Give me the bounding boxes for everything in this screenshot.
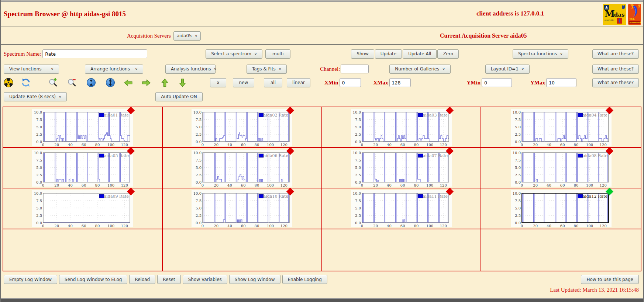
spectrum-chart-aida05[interactable]: 0.02.55.07.510.0020406080100120aida05 Ra… <box>32 150 133 187</box>
radiation-icon[interactable] <box>4 78 13 87</box>
svg-text:120: 120 <box>280 143 287 146</box>
spectrum-chart-aida09[interactable]: 0.02.55.07.510.0020406080100120aida09 Ra… <box>32 190 133 227</box>
spectrum-chart-aida08[interactable]: 0.02.55.07.510.0020406080100120aida08 Ra… <box>511 150 612 187</box>
svg-text:0: 0 <box>202 183 204 187</box>
footer-button-2[interactable]: Send Log Window to ELog <box>59 275 127 284</box>
spectra-functions-dropdown[interactable]: Spectra functions <box>513 49 568 59</box>
svg-text:0: 0 <box>202 143 204 146</box>
current-acquisition-server-label: Current Acquisition Server aida05 <box>440 32 527 39</box>
footer-button-4[interactable]: Reset <box>157 275 181 284</box>
xmin-input[interactable] <box>340 78 361 87</box>
svg-text:10.0: 10.0 <box>34 151 42 155</box>
select-a-spectrum-dropdown[interactable]: Select a spectrum <box>206 49 262 59</box>
svg-text:5.0: 5.0 <box>355 166 361 170</box>
window-frame-bottom <box>1 298 643 302</box>
fold-y-axis-icon[interactable] <box>86 78 96 87</box>
svg-text:2.5: 2.5 <box>36 173 42 177</box>
spectrum-chart-aida06[interactable]: 0.02.55.07.510.0020406080100120aida06 Ra… <box>192 150 292 187</box>
svg-text:80: 80 <box>414 183 419 187</box>
channel-input[interactable] <box>341 65 369 73</box>
spectrum-chart-aida12[interactable]: 0.02.55.07.510.0020406080100120aida12 Ra… <box>511 190 612 227</box>
svg-text:40: 40 <box>227 183 232 187</box>
svg-text:20: 20 <box>55 224 59 227</box>
footer-button-1[interactable]: Empty Log Window <box>4 275 57 284</box>
multi-button[interactable]: multi <box>265 49 290 59</box>
what-are-these-button-3[interactable]: What are these? <box>592 78 639 87</box>
footer-button-3[interactable]: Reload <box>129 275 155 284</box>
zero-button[interactable]: Zero <box>437 49 459 59</box>
spectrum-chart-aida04[interactable]: 0.02.55.07.510.0020406080100120aida04 Ra… <box>511 109 612 146</box>
svg-text:10.0: 10.0 <box>353 110 361 114</box>
gallery-cell-6: 0.02.55.07.510.0020406080100120aida06 Ra… <box>163 148 322 188</box>
tags-and-fits-dropdown[interactable]: Tags & Fits <box>247 65 287 74</box>
show-button[interactable]: Show <box>351 49 374 59</box>
x-axis-button[interactable]: x <box>210 78 226 87</box>
spectrum-name-label: Spectrum Name: <box>4 51 41 57</box>
footer-button-7[interactable]: Enable Logging <box>282 275 327 284</box>
layout-id-dropdown[interactable]: Layout ID=1 <box>485 65 530 74</box>
new-button[interactable]: new <box>233 78 254 87</box>
svg-text:0.0: 0.0 <box>355 140 361 144</box>
what-are-these-button-2[interactable]: What are these? <box>592 65 639 74</box>
all-button[interactable]: all <box>264 78 282 87</box>
xmin-label: XMin <box>324 80 338 86</box>
update-all-button[interactable]: Update All <box>403 49 437 59</box>
linear-button[interactable]: linear <box>287 78 310 87</box>
svg-text:10.0: 10.0 <box>193 191 202 195</box>
spectrum-chart-aida01[interactable]: 0.02.55.07.510.0020406080100120aida01 Ra… <box>32 109 133 146</box>
analysis-functions-dropdown[interactable]: Analysis functions <box>165 65 216 74</box>
footer-button-5[interactable]: Show Variables <box>183 275 227 284</box>
svg-text:60: 60 <box>82 183 86 187</box>
svg-text:aida10 Rate: aida10 Rate <box>264 194 288 199</box>
svg-text:0: 0 <box>42 224 44 227</box>
svg-text:0.0: 0.0 <box>36 140 42 144</box>
svg-text:5.0: 5.0 <box>196 125 202 129</box>
arrow-left-icon[interactable] <box>123 78 133 87</box>
view-functions-dropdown[interactable]: View functions <box>4 65 59 74</box>
svg-text:0.0: 0.0 <box>36 180 42 184</box>
arrow-down-icon[interactable] <box>178 78 187 87</box>
what-are-these-button-1[interactable]: What are these? <box>592 49 639 59</box>
zoom-in-icon[interactable] <box>48 78 58 87</box>
svg-text:2.5: 2.5 <box>196 214 202 218</box>
svg-text:60: 60 <box>400 143 405 146</box>
arrow-up-icon[interactable] <box>160 78 169 87</box>
auto-update-button[interactable]: Auto Update ON <box>155 92 202 101</box>
unfold-y-axis-icon[interactable] <box>106 78 115 87</box>
svg-text:120: 120 <box>599 224 606 227</box>
svg-text:100: 100 <box>586 183 593 187</box>
spectrum-name-input[interactable] <box>42 49 147 58</box>
ymin-input[interactable] <box>482 78 512 87</box>
spectrum-chart-aida03[interactable]: 0.02.55.07.510.0020406080100120aida03 Ra… <box>351 109 452 146</box>
svg-text:60: 60 <box>241 143 246 146</box>
arrow-right-icon[interactable] <box>141 78 151 87</box>
update-button[interactable]: Update <box>375 49 402 59</box>
ymax-input[interactable] <box>546 78 576 87</box>
gallery-cell-9: 0.02.55.07.510.0020406080100120aida09 Ra… <box>3 188 163 229</box>
gallery-cell-13 <box>3 229 163 271</box>
xmax-input[interactable] <box>389 78 411 87</box>
refresh-icon[interactable] <box>21 78 31 87</box>
svg-text:80: 80 <box>574 183 578 187</box>
arrange-functions-dropdown[interactable]: Arrange functions <box>85 65 143 74</box>
how-to-use-button[interactable]: How to use this page <box>581 275 639 284</box>
gallery-grid: 0.02.55.07.510.0020406080100120aida01 Ra… <box>3 107 641 271</box>
update-rate-dropdown[interactable]: Update Rate (8 secs) <box>4 92 67 101</box>
spectrum-chart-aida02[interactable]: 0.02.55.07.510.0020406080100120aida02 Ra… <box>192 109 292 146</box>
spectrum-chart-aida10[interactable]: 0.02.55.07.510.0020406080100120aida10 Ra… <box>192 190 292 227</box>
acquisition-server-select[interactable]: aida05 <box>173 31 201 41</box>
svg-text:100: 100 <box>107 143 114 146</box>
update-rate-row: Update Rate (8 secs) Auto Update ON <box>1 90 643 103</box>
gallery-cell-1: 0.02.55.07.510.0020406080100120aida01 Ra… <box>3 107 163 148</box>
footer-button-6[interactable]: Show Log Window <box>229 275 280 284</box>
zoom-out-icon[interactable] <box>67 78 77 87</box>
spectrum-chart-aida07[interactable]: 0.02.55.07.510.0020406080100120aida07 Ra… <box>351 150 452 187</box>
spectrum-chart-aida11[interactable]: 0.02.55.07.510.0020406080100120aida11 Ra… <box>351 190 452 227</box>
svg-text:0: 0 <box>42 183 44 187</box>
svg-text:2.5: 2.5 <box>355 132 361 136</box>
number-of-galleries-dropdown[interactable]: Number of Galleries <box>389 65 450 74</box>
gallery-cell-12: 0.02.55.07.510.0020406080100120aida12 Ra… <box>481 188 641 229</box>
svg-text:7.5: 7.5 <box>196 199 202 203</box>
gallery-cell-16 <box>481 229 641 271</box>
svg-text:40: 40 <box>387 143 392 146</box>
